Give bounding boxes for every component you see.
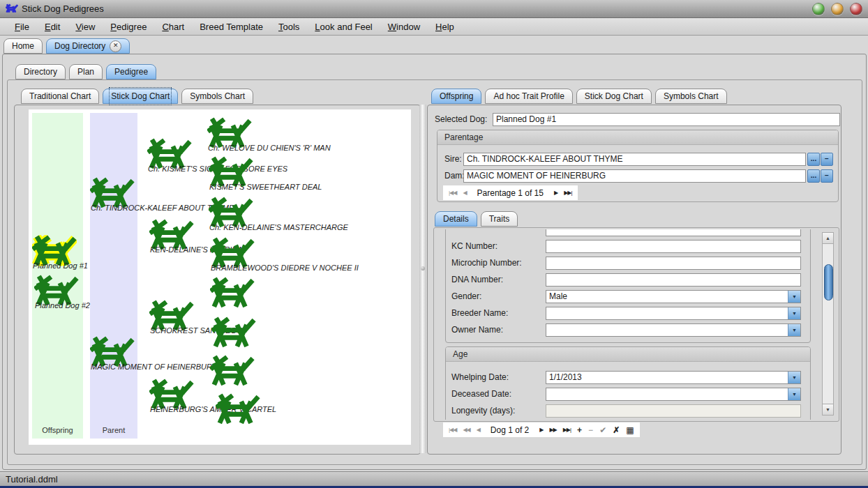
dog-prev-icon[interactable]: ◀ (477, 427, 480, 433)
cancel-icon[interactable]: ✗ (613, 426, 620, 434)
parentage-count: Parentage 1 of 15 (473, 188, 548, 198)
dam-browse-button[interactable]: ... (807, 169, 820, 183)
stick-dog[interactable]: Ch. WELOVE DU CHIEN'S 'R' MAN (207, 117, 252, 148)
dropdown-arrow-icon[interactable]: ▼ (788, 291, 800, 303)
app-logo-dog-icon (6, 3, 18, 13)
menu-view[interactable]: View (68, 22, 103, 32)
add-record-icon[interactable]: + (577, 426, 582, 434)
tab-offspring[interactable]: Offspring (431, 89, 481, 104)
pedigree-chart-canvas[interactable]: Offspring Parent Ch. TINDROCK-KALEEF ABO… (29, 109, 411, 445)
tab-stick-dog-chart-right[interactable]: Stick Dog Chart (576, 89, 652, 104)
parentage-group-title: Parentage (437, 130, 838, 145)
parentage-prev-icon[interactable]: ◀ (463, 190, 466, 196)
stick-dog[interactable]: KEN-DELAINE'S KATRINA (149, 219, 194, 250)
stick-dog[interactable]: Ch. TINDROCK-KALEEF ABOUT THYME (90, 177, 135, 208)
dog-label: MAGIC MOMENT OF HEINERBURG (91, 363, 218, 371)
menu-chart[interactable]: Chart (154, 22, 192, 32)
tab-directory[interactable]: Directory (15, 64, 66, 79)
gender-combo[interactable]: Male ▼ (546, 290, 801, 303)
stick-dog[interactable] (211, 317, 256, 348)
dog-forward-icon[interactable]: ▶▶ (549, 427, 556, 433)
deceased-date-combo[interactable]: ▼ (546, 388, 801, 401)
delete-record-icon[interactable]: − (588, 426, 593, 434)
parentage-last-icon[interactable]: ▶▶| (564, 190, 571, 196)
tab-plan[interactable]: Plan (69, 64, 103, 79)
maximize-button[interactable] (831, 3, 844, 15)
stick-dog[interactable]: Ch. KISMET'S SIGHT FOR SORE EYES (147, 138, 192, 169)
tab-symbols-chart-right[interactable]: Symbols Chart (655, 89, 727, 104)
tab-adhoc-trait-profile[interactable]: Ad hoc Trait Profile (485, 89, 572, 104)
dog-last-icon[interactable]: ▶▶| (563, 427, 571, 433)
stick-dog[interactable]: Ch. KEN-DELAINE'S MASTERCHARGE (209, 197, 253, 228)
stick-dog[interactable]: KISMET'S SWEETHEART DEAL (209, 156, 253, 188)
tab-details[interactable]: Details (435, 211, 477, 227)
sire-remove-button[interactable]: − (821, 153, 833, 166)
scroll-down-icon[interactable]: ▼ (823, 404, 833, 415)
dog-first-icon[interactable]: |◀◀ (449, 427, 456, 433)
close-button[interactable] (850, 3, 862, 15)
dropdown-arrow-icon[interactable]: ▼ (788, 324, 800, 336)
parentage-next-icon[interactable]: ▶ (554, 190, 558, 196)
stick-dog[interactable] (216, 393, 260, 425)
menu-file[interactable]: File (7, 22, 37, 32)
selected-dog-label: Selected Dog: (435, 114, 487, 124)
tab-symbols-chart[interactable]: Symbols Chart (181, 89, 253, 104)
breeder-name-combo[interactable]: ▼ (546, 307, 801, 320)
dna-number-field[interactable] (546, 273, 801, 287)
selected-dog-field[interactable]: Planned Dog #1 (493, 113, 840, 126)
stick-dog[interactable] (210, 277, 255, 308)
age-group-title: Age (446, 347, 810, 362)
dropdown-arrow-icon[interactable]: ▼ (788, 372, 800, 383)
tab-dog-directory[interactable]: Dog Directory ✕ (46, 38, 130, 54)
sire-browse-button[interactable]: ... (807, 153, 820, 166)
menu-edit[interactable]: Edit (37, 22, 68, 32)
dropdown-arrow-icon[interactable]: ▼ (788, 388, 800, 400)
dog-rewind-icon[interactable]: ◀◀ (463, 427, 470, 433)
minimize-button[interactable] (812, 3, 825, 15)
microchip-number-field[interactable] (546, 257, 801, 270)
scroll-up-icon[interactable]: ▲ (823, 233, 833, 244)
grid-view-icon[interactable]: ▦ (626, 426, 634, 434)
menu-look-and-feel[interactable]: Look and Feel (307, 22, 380, 32)
menu-pedigree[interactable]: Pedigree (103, 22, 154, 32)
stick-dog[interactable]: MAGIC MOMENT OF HEINERBURG (90, 336, 135, 367)
chart-tabstrip: Traditional Chart Stick Dog Chart Symbol… (21, 89, 253, 104)
gender-label: Gender: (451, 291, 481, 301)
tab-traditional-chart[interactable]: Traditional Chart (21, 89, 99, 104)
dog-next-icon[interactable]: ▶ (539, 427, 543, 433)
tab-pedigree[interactable]: Pedigree (106, 64, 156, 79)
stick-dog[interactable]: SCHOKREST SAN DIEGO (149, 300, 194, 331)
tab-traits[interactable]: Traits (481, 211, 518, 227)
splitter-grip-icon (421, 266, 425, 270)
stick-dog[interactable] (210, 355, 255, 386)
whelping-date-combo[interactable]: 1/1/2013 ▼ (546, 371, 801, 384)
tab-home[interactable]: Home (3, 38, 43, 54)
dog-count: Dog 1 of 2 (486, 425, 533, 435)
status-bar: Tutorial.ddml (0, 471, 868, 486)
menu-tools[interactable]: Tools (271, 22, 307, 32)
sire-field[interactable]: Ch. TINDROCK-KALEEF ABOUT THYME (463, 153, 806, 166)
panel-splitter[interactable] (419, 105, 426, 453)
details-scrollbar[interactable]: ▲ ▼ (822, 232, 834, 415)
dog-label: KISMET'S SWEETHEART DEAL (209, 183, 322, 191)
commit-icon[interactable]: ✔ (599, 426, 606, 434)
scroll-thumb[interactable] (824, 264, 833, 300)
menu-help[interactable]: Help (428, 22, 462, 32)
owner-name-combo[interactable]: ▼ (546, 323, 801, 337)
dam-remove-button[interactable]: − (821, 169, 833, 183)
tab-close-icon[interactable]: ✕ (110, 40, 121, 52)
parentage-first-icon[interactable]: |◀◀ (449, 190, 456, 196)
stick-dog[interactable]: BRAMBLEWOOD'S DIEDRE V NOCHEE II (210, 237, 255, 268)
dam-field[interactable]: MAGIC MOMENT OF HEINERBURG (463, 169, 806, 183)
stick-dog-selected[interactable]: Planned Dog #1 (32, 235, 77, 266)
longevity-label: Longevity (days): (451, 406, 515, 415)
stick-dog[interactable]: Planned Dog #2 (34, 275, 79, 306)
kc-number-field[interactable] (546, 240, 801, 253)
tab-stick-dog-chart[interactable]: Stick Dog Chart (103, 89, 178, 104)
menu-breed-template[interactable]: Breed Template (192, 22, 271, 32)
stick-dog[interactable]: HEINERBURG'S AMBER V CARTEL (149, 379, 194, 410)
details-tabstrip: Details Traits (435, 211, 518, 227)
dropdown-arrow-icon[interactable]: ▼ (788, 307, 800, 319)
clipped-field[interactable] (546, 229, 801, 236)
menu-window[interactable]: Window (380, 22, 428, 32)
